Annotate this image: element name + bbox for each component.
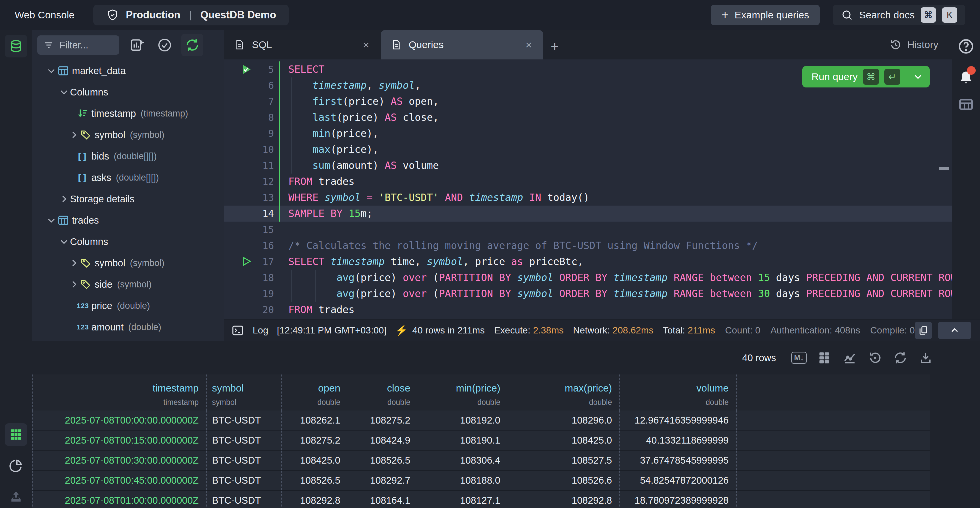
chevron-down-icon[interactable]: [58, 236, 70, 248]
code-line-14[interactable]: 14SAMPLE BY 15m;: [224, 206, 952, 222]
close-tab-icon[interactable]: ×: [523, 38, 535, 52]
cell-max-price-[interactable]: 108527.5: [508, 450, 620, 470]
tree-item-columns[interactable]: Columns: [32, 81, 224, 103]
cell-volume[interactable]: 12.967416359999946: [620, 411, 737, 430]
column-header-max-price-[interactable]: max(price)double: [508, 374, 620, 411]
code-line-8[interactable]: 8 last(price) AS close,: [224, 109, 952, 126]
check-circle-button[interactable]: [155, 36, 174, 54]
cell-timestamp[interactable]: 2025-07-08T00:00:00.000000Z: [32, 411, 207, 430]
cell-timestamp[interactable]: 2025-07-08T01:00:00.000000Z: [32, 490, 207, 508]
chevron-right-icon[interactable]: [58, 193, 70, 205]
column-header-symbol[interactable]: symbolsymbol: [207, 374, 282, 411]
chevron-right-icon[interactable]: [68, 257, 80, 269]
cell-symbol[interactable]: BTC-USDT: [207, 450, 282, 470]
tree-item-market-data[interactable]: market_data: [32, 60, 224, 81]
cell-close[interactable]: 108526.5: [348, 450, 418, 470]
table-row[interactable]: 2025-07-08T00:15:00.000000ZBTC-USDT10827…: [32, 431, 930, 450]
chart-button[interactable]: [842, 350, 858, 366]
cell-volume[interactable]: 40.1332118699999: [620, 431, 737, 450]
chevron-down-icon[interactable]: [45, 65, 57, 77]
freeze-columns-button[interactable]: [817, 350, 832, 366]
column-header-volume[interactable]: volumedouble: [620, 374, 737, 411]
search-docs-button[interactable]: Search docs ⌘ K: [833, 5, 965, 25]
refresh-schema-button[interactable]: [181, 34, 203, 56]
code-line-9[interactable]: 9 min(price),: [224, 126, 952, 142]
cell-timestamp[interactable]: 2025-07-08T00:45:00.000000Z: [32, 471, 207, 490]
column-header-timestamp[interactable]: timestamptimestamp: [32, 374, 207, 411]
refresh-results-button[interactable]: [892, 350, 908, 366]
tree-item-storage-details[interactable]: Storage details: [32, 188, 224, 209]
cell-min-price-[interactable]: 108188.0: [418, 471, 508, 490]
code-line-19[interactable]: 19 avg(price) over (PARTITION BY symbol …: [224, 286, 952, 302]
cell-timestamp[interactable]: 2025-07-08T00:15:00.000000Z: [32, 431, 207, 450]
cell-close[interactable]: 108275.2: [348, 411, 418, 430]
history-button[interactable]: History: [876, 30, 952, 59]
cell-max-price-[interactable]: 108526.6: [508, 471, 620, 490]
tree-item-symbol[interactable]: symbol(symbol): [32, 124, 224, 145]
table-row[interactable]: 2025-07-08T00:45:00.000000ZBTC-USDT10852…: [32, 471, 930, 490]
grid-view-button[interactable]: [5, 423, 27, 446]
cell-symbol[interactable]: BTC-USDT: [207, 411, 282, 430]
cell-open[interactable]: 108262.1: [282, 411, 348, 430]
questdb-logo[interactable]: [5, 35, 27, 58]
tree-item-side[interactable]: side(symbol): [32, 274, 224, 295]
tree-item-columns[interactable]: Columns: [32, 231, 224, 252]
code-line-18[interactable]: 18 avg(price) over (PARTITION BY symbol …: [224, 270, 952, 286]
tree-item-timestamp[interactable]: timestamp(timestamp): [32, 103, 224, 124]
column-header-min-price-[interactable]: min(price)double: [418, 374, 508, 411]
code-line-17[interactable]: 17SELECT timestamp time, symbol, price a…: [224, 254, 952, 270]
tree-item-symbol[interactable]: symbol(symbol): [32, 252, 224, 274]
cell-max-price-[interactable]: 108296.0: [508, 411, 620, 430]
chevron-right-icon[interactable]: [68, 278, 80, 291]
filter-input-box[interactable]: [37, 35, 119, 55]
column-header-open[interactable]: opendouble: [282, 374, 348, 411]
cell-close[interactable]: 108292.7: [348, 471, 418, 490]
code-line-11[interactable]: 11 sum(amount) AS volume: [224, 158, 952, 174]
download-csv-button[interactable]: [918, 350, 933, 366]
code-line-13[interactable]: 13WHERE symbol = 'BTC-USDT' AND timestam…: [224, 190, 952, 206]
notifications-button[interactable]: [957, 67, 975, 85]
close-tab-icon[interactable]: ×: [360, 38, 372, 52]
cell-timestamp[interactable]: 2025-07-08T00:30:00.000000Z: [32, 450, 207, 470]
markdown-export-button[interactable]: M↓: [791, 350, 807, 366]
chevron-down-icon[interactable]: [45, 214, 57, 226]
code-line-16[interactable]: 16/* Calculates the rolling moving avera…: [224, 238, 952, 254]
tree-item-bids[interactable]: []bids(double[][]): [32, 145, 224, 167]
cell-symbol[interactable]: BTC-USDT: [207, 431, 282, 450]
cell-volume[interactable]: 18.780972389999928: [620, 490, 737, 508]
editor-scrollbar-thumb[interactable]: [939, 167, 949, 170]
cell-max-price-[interactable]: 108292.8: [508, 490, 620, 508]
code-line-15[interactable]: 15: [224, 222, 952, 238]
cell-max-price-[interactable]: 108425.0: [508, 431, 620, 450]
cell-symbol[interactable]: BTC-USDT: [207, 471, 282, 490]
cell-close[interactable]: 108424.9: [348, 431, 418, 450]
chart-view-button[interactable]: [5, 454, 27, 477]
sql-editor[interactable]: 5SELECT6 timestamp, symbol,7 first(price…: [224, 59, 952, 319]
help-button[interactable]: [957, 37, 975, 55]
import-button[interactable]: [5, 486, 27, 508]
instance-pill[interactable]: Production | QuestDB Demo: [93, 5, 289, 26]
chevron-down-icon[interactable]: [58, 86, 70, 98]
cell-volume[interactable]: 37.67478545999995: [620, 450, 737, 470]
restore-latest-button[interactable]: [867, 350, 883, 366]
cell-open[interactable]: 108526.5: [282, 471, 348, 490]
code-line-12[interactable]: 12FROM trades: [224, 174, 952, 190]
cell-close[interactable]: 108164.1: [348, 490, 418, 508]
cell-open[interactable]: 108275.2: [282, 431, 348, 450]
code-line-7[interactable]: 7 first(price) AS open,: [224, 93, 952, 109]
tree-item-price[interactable]: 123price(double): [32, 295, 224, 316]
code-line-20[interactable]: 20FROM trades: [224, 302, 952, 318]
table-row[interactable]: 2025-07-08T00:30:00.000000ZBTC-USDT10842…: [32, 450, 930, 471]
add-metrics-button[interactable]: [128, 36, 147, 54]
cell-min-price-[interactable]: 108306.4: [418, 450, 508, 470]
example-queries-button[interactable]: + Example queries: [711, 5, 820, 25]
code-area[interactable]: 5SELECT6 timestamp, symbol,7 first(price…: [224, 59, 952, 319]
table-row[interactable]: 2025-07-08T00:00:00.000000ZBTC-USDT10826…: [32, 411, 930, 431]
cell-min-price-[interactable]: 108190.1: [418, 431, 508, 450]
tree-item-trades[interactable]: trades: [32, 209, 224, 231]
cell-symbol[interactable]: BTC-USDT: [207, 490, 282, 508]
table-panel-button[interactable]: [957, 96, 975, 113]
cell-open[interactable]: 108292.8: [282, 490, 348, 508]
tree-item-amount[interactable]: 123amount(double): [32, 316, 224, 338]
cell-min-price-[interactable]: 108127.1: [418, 490, 508, 508]
